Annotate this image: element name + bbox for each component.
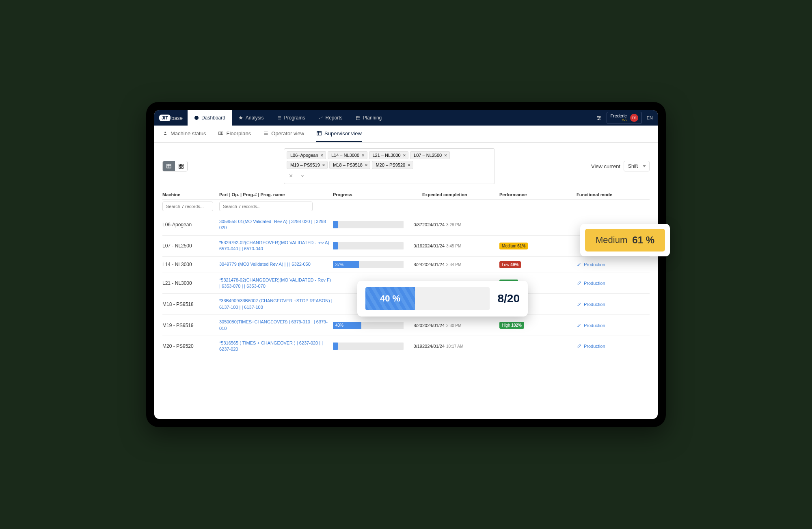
subtab-machine-status[interactable]: Machine status [162,126,206,142]
progress-cell: 40%8/20 [333,322,422,329]
expected-time: 3:45 PM [446,244,461,248]
table-header: Machine Part | Op. | Prog.# | Prog. name… [162,190,650,200]
filter-chip: L21 – NL3000× [369,151,409,159]
chip-remove-button[interactable]: × [403,153,406,158]
part-link[interactable]: 3058558-01(MO Validated -Rev A) | 3298-0… [219,219,327,230]
nav-tab-dashboard[interactable]: Dashboard [188,110,232,126]
subtab-floorplans[interactable]: Floorplans [218,126,251,142]
nav-tab-reports[interactable]: Reports [312,110,349,126]
col-performance: Performance [499,192,577,197]
callout-progress-bar: 40 % [365,287,490,310]
filter-chip: L14 – NL3000× [328,151,367,159]
avatar: FS [630,114,638,122]
top-navbar: JIT base DashboardAnalysisProgramsReport… [154,110,658,126]
nav-tab-planning[interactable]: Planning [349,110,389,126]
machine-name: M19 - PS9519 [162,323,194,328]
chip-remove-button[interactable]: × [321,153,323,158]
chip-remove-button[interactable]: × [444,153,447,158]
col-progress: Progress [333,192,422,197]
user-sub: AA [610,118,626,122]
col-expected: Expected completion [422,192,499,197]
functional-mode-link[interactable]: Production [577,344,650,349]
view-current-control: View current Shift [591,161,650,171]
progress-count: 8/24 [407,262,422,267]
part-link[interactable]: 3050080(TIMES+CHANGEOVER) | 6379-010 | |… [219,319,328,330]
filter-chip: M18 – PS9518× [329,161,370,169]
expected-date: 2024/01/24 [422,222,445,227]
view-toggle [162,161,188,171]
functional-mode-link[interactable]: Production [577,323,650,328]
chip-remove-button[interactable]: × [362,153,364,158]
svg-rect-7 [317,131,322,135]
subtab-operator-view[interactable]: Operator view [263,126,304,142]
filter-chip: M20 – PS9520× [372,161,413,169]
functional-mode-link[interactable]: Production [577,302,650,307]
machine-search-input[interactable] [162,202,213,211]
callout-progress-count: 8/20 [498,292,520,305]
machine-name: M18 - PS9518 [162,301,194,307]
view-list-button[interactable] [163,161,175,171]
nav-tab-programs[interactable]: Programs [270,110,312,126]
table-row: L06-Apogean3058558-01(MO Validated -Rev … [162,215,650,236]
svg-rect-1 [356,116,360,120]
settings-icon[interactable] [596,115,602,121]
table-row: L14 - NL30003049779 (MO0 Validated Rev A… [162,257,650,273]
col-functional: Functional mode [577,192,650,197]
part-link[interactable]: *33B4909/33B6002 (CHANGEOVER +STOP REASO… [219,298,333,309]
svg-rect-6 [219,132,223,135]
progress-cell: 37%8/24 [333,261,422,268]
performance-badge: Medium 61% [499,243,528,249]
machine-name: L14 - NL3000 [162,262,192,267]
clear-chips-button[interactable]: × [287,172,295,180]
chip-remove-button[interactable]: × [322,163,325,167]
view-current-label: View current [591,163,620,169]
chip-remove-button[interactable]: × [408,163,410,167]
chips-dropdown-button[interactable] [297,171,308,181]
data-table: Machine Part | Op. | Prog.# | Prog. name… [154,190,658,357]
col-part: Part | Op. | Prog.# | Prog. name [219,192,333,197]
user-menu[interactable]: Frederic AA FS [607,112,641,124]
col-machine: Machine [162,192,219,197]
part-link[interactable]: *5321478-02(CHANGEOVER)(MO VALIDATED - R… [219,278,331,288]
part-search-input[interactable] [219,202,313,211]
callout-performance: Medium 61 % [580,224,670,256]
view-grid-button[interactable] [175,161,187,171]
svg-point-0 [194,116,199,120]
machine-name: L07 - NL2500 [162,243,192,249]
callout-perf-label: Medium [596,235,627,245]
progress-cell: 1%0/19 [333,343,422,350]
callout-progress: 40 % 8/20 [357,281,528,317]
part-link[interactable]: *5316565 ( TIMES + CHANGEOVER ) | 6237-0… [219,340,323,351]
progress-count: 0/87 [407,222,422,227]
expected-time: 3:28 PM [446,223,461,227]
part-link[interactable]: 3049779 (MO0 Validated Rev A) | | | 6322… [219,262,311,267]
svg-point-4 [598,119,599,119]
part-link[interactable]: *5329792-02(CHANGEOVER)(MO VALIDATED - r… [219,240,332,251]
machine-name: L21 - NL3000 [162,280,192,286]
functional-mode-link[interactable]: Production [577,262,650,267]
machine-filter-chips: L06–Apogean×L14 – NL3000×L21 – NL3000×L0… [284,148,495,184]
functional-mode-link[interactable]: Production [577,281,650,286]
progress-count: 0/19 [407,344,422,349]
progress-cell: 6%0/16 [333,242,422,249]
table-row: L07 - NL2500*5329792-02(CHANGEOVER)(MO V… [162,236,650,257]
svg-rect-12 [181,167,183,168]
view-current-select[interactable]: Shift [624,161,650,171]
filter-chip: L06–Apogean× [287,151,326,159]
svg-rect-9 [179,164,181,166]
subtab-supervisor-view[interactable]: Supervisor view [316,126,362,142]
nav-tab-analysis[interactable]: Analysis [232,110,270,126]
machine-name: M20 - PS9520 [162,343,194,349]
svg-rect-11 [179,167,181,168]
svg-point-5 [164,132,166,133]
expected-time: 10:17 AM [446,344,463,349]
svg-rect-8 [167,164,171,168]
logo-badge: JIT [159,115,171,121]
expected-date: 2024/01/24 [422,243,445,248]
language-selector[interactable]: EN [647,115,653,120]
expected-date: 2024/01/24 [422,262,445,267]
filter-chip: L07 – NL2500× [410,151,450,159]
table-row: M19 - PS95193050080(TIMES+CHANGEOVER) | … [162,315,650,336]
callout-perf-value: 61 % [632,234,654,246]
chip-remove-button[interactable]: × [365,163,367,167]
